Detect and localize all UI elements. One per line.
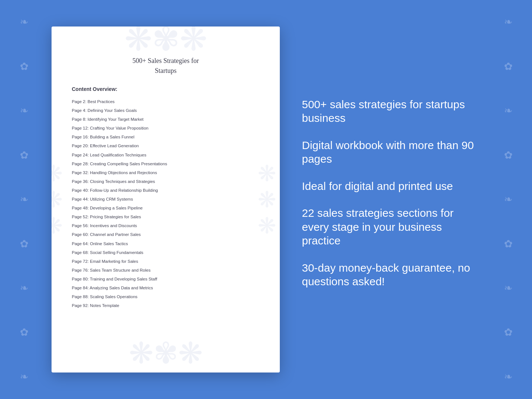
- toc-item: Page 48: Developing a Sales Pipeline: [72, 204, 260, 212]
- toc-item: Page 88: Scaling Sales Operations: [72, 292, 260, 301]
- toc-item: Page 24: Lead Qualification Techniques: [72, 151, 260, 159]
- toc-item: Page 64: Online Sales Tactics: [72, 239, 260, 248]
- watermark-left: ❋❋❋: [52, 160, 74, 239]
- toc-item: Page 16: Building a Sales Funnel: [72, 133, 260, 141]
- floral-sprig: ✿: [20, 326, 28, 339]
- toc-item: Page 44: Utilizing CRM Systems: [72, 195, 260, 204]
- floral-sprig: ❧: [20, 282, 28, 294]
- floral-sprig: ❧: [504, 371, 512, 383]
- floral-sprig: ❧: [504, 193, 512, 206]
- floral-sprig: ❧: [504, 282, 512, 294]
- info-point: Digital workbook with more than 90 pages: [302, 138, 480, 166]
- toc-item: Page 8: Identifying Your Target Market: [72, 115, 260, 124]
- document-page: ❋✾❋ ❋✾❋ ❋❋❋ ❋❋❋ 500+ Sales Strategies fo…: [52, 27, 280, 372]
- toc-item: Page 92: Notes Template: [72, 301, 260, 310]
- floral-sprig: ✿: [20, 149, 28, 162]
- toc-item: Page 20: Effective Lead Generation: [72, 141, 260, 150]
- toc-item: Page 68: Social Selling Fundamentals: [72, 248, 260, 257]
- main-layout: ❋✾❋ ❋✾❋ ❋❋❋ ❋❋❋ 500+ Sales Strategies fo…: [0, 0, 532, 399]
- floral-sprig: ✿: [504, 60, 512, 73]
- info-point: 500+ sales strategies for startups busin…: [302, 98, 480, 125]
- watermark-bottom: ❋✾❋: [114, 336, 217, 372]
- watermark-right: ❋❋❋: [258, 160, 280, 239]
- toc-list: Page 2: Best PracticesPage 4: Defining Y…: [72, 97, 260, 310]
- floral-sprig: ❧: [20, 193, 28, 206]
- toc-item: Page 60: Channel and Partner Sales: [72, 230, 260, 239]
- floral-sprig: ✿: [504, 149, 512, 162]
- info-point: 22 sales strategies sections for every s…: [302, 206, 480, 248]
- toc-item: Page 36: Closing Techniques and Strategi…: [72, 177, 260, 186]
- floral-sprig: ✿: [504, 238, 512, 250]
- toc-item: Page 40: Follow-Up and Relationship Buil…: [72, 186, 260, 195]
- floral-sprig: ✿: [20, 238, 28, 250]
- info-point: 30-day money-back guarantee, no question…: [302, 261, 480, 289]
- toc-item: Page 4: Defining Your Sales Goals: [72, 106, 260, 115]
- toc-item: Page 28: Creating Compelling Sales Prese…: [72, 159, 260, 168]
- floral-sprig: ❧: [504, 16, 512, 28]
- toc-item: Page 80: Training and Developing Sales S…: [72, 275, 260, 283]
- floral-sprig: ❧: [20, 16, 28, 28]
- toc-item: Page 76: Sales Team Structure and Roles: [72, 266, 260, 275]
- floral-sprig: ✿: [20, 60, 28, 73]
- toc-item: Page 32: Handling Objections and Rejecti…: [72, 168, 260, 177]
- info-point: Ideal for digital and printed use: [302, 179, 480, 193]
- toc-item: Page 12: Crafting Your Value Proposition: [72, 124, 260, 133]
- floral-sprig: ❧: [20, 371, 28, 383]
- toc-heading: Content Overview:: [72, 86, 260, 92]
- info-panel: 500+ sales strategies for startups busin…: [302, 98, 480, 302]
- floral-sprig: ❧: [20, 105, 28, 117]
- document-title: 500+ Sales Strategies for Startups: [72, 56, 260, 76]
- floral-border-right: ❧ ✿ ❧ ✿ ❧ ✿ ❧ ✿ ❧: [484, 0, 532, 399]
- toc-item: Page 72: Email Marketing for Sales: [72, 257, 260, 266]
- toc-item: Page 2: Best Practices: [72, 97, 260, 106]
- floral-sprig: ✿: [504, 326, 512, 339]
- floral-border-left: ❧ ✿ ❧ ✿ ❧ ✿ ❧ ✿ ❧: [0, 0, 48, 399]
- toc-item: Page 52: Pricing Strategies for Sales: [72, 212, 260, 221]
- toc-item: Page 84: Analyzing Sales Data and Metric…: [72, 283, 260, 292]
- toc-item: Page 56: Incentives and Discounts: [72, 221, 260, 230]
- floral-sprig: ❧: [504, 105, 512, 117]
